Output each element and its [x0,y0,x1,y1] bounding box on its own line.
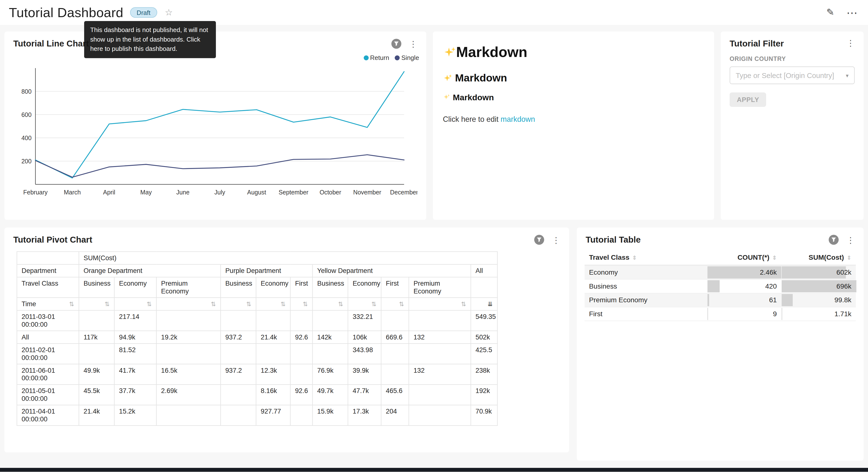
filter-card: Tutorial Filter ⋮ ORIGIN COUNTRY Type or… [721,32,864,220]
pivot-table-body: 2011-03-01 00:00:00217.14332.21549.35All… [17,311,497,425]
legend-label: Single [401,54,419,61]
count-cell: 420 [707,279,781,293]
pivot-group-header: Orange Department [79,264,221,277]
select-placeholder: Type or Select [Origin Country] [736,71,834,80]
pivot-row-header: 2011-04-01 00:00:00 [17,405,79,425]
travel-class-cell: Business [585,279,707,293]
pivot-row: 2011-03-01 00:00:00217.14332.21549.35 [17,311,497,331]
sort-icon[interactable]: ⇅ [69,300,74,307]
origin-country-select[interactable]: Type or Select [Origin Country] ▾ [730,66,855,84]
legend-label: Return [370,54,389,61]
sort-icon[interactable]: ⇅ [104,301,110,307]
markdown-heading-2: Markdown [443,72,704,84]
svg-text:August: August [247,189,266,196]
pivot-corner-cell [17,252,79,264]
pivot-cell [79,311,115,331]
sort-icon[interactable]: ⇅ [147,301,152,307]
markdown-heading-1: Markdown [443,44,704,61]
col-header-count[interactable]: COUNT(*)⇕ [707,250,781,265]
filter-kebab-menu-icon[interactable]: ⋮ [845,39,856,47]
pivot-cell [409,311,471,331]
legend-dot [395,55,400,60]
draft-tooltip: This dashboard is not published, it will… [84,21,216,58]
pivot-cell: 132 [409,364,471,385]
sort-icon[interactable]: ⇅ [338,301,343,307]
pivot-column-header: Economy [256,277,290,298]
table-kebab-menu-icon[interactable]: ⋮ [845,236,856,244]
svg-text:800: 800 [22,88,32,95]
count-bar [707,280,720,293]
pivot-cell: 41.7k [115,364,156,385]
sort-icon[interactable]: ⇅ [461,301,466,307]
tutorial-table-body: Economy2.46k602kBusiness420696kPremium E… [585,265,856,321]
pivot-kebab-menu-icon[interactable]: ⋮ [551,236,561,244]
pivot-cell: 937.2 [221,331,256,344]
pivot-travel-class-label: Travel Class [17,277,79,298]
pivot-cell: 47.7k [348,384,381,405]
pivot-cell: 549.35 [471,311,498,331]
sort-desc-icon[interactable]: ⇊ [488,301,493,307]
pivot-cell: 17.3k [348,405,381,425]
pivot-cell [290,405,312,425]
chart-legend: ReturnSingle [363,54,419,61]
pivot-cell: 669.6 [381,331,409,344]
sum-cell: 696k [781,279,856,293]
line-chart-svg: 200400600800FebruaryMarchAprilMayJuneJul… [10,64,417,203]
travel-class-cell: Economy [585,265,707,279]
sparkles-icon [443,73,452,83]
sparkles-icon [443,94,450,101]
chart-kebab-menu-icon[interactable]: ⋮ [408,40,418,48]
legend-dot [363,55,368,60]
pivot-cell: 16.5k [156,364,221,385]
pivot-cell [221,311,256,331]
pivot-cell: 81.52 [115,344,156,364]
draft-badge[interactable]: Draft [130,7,157,18]
legend-item-single[interactable]: Single [395,54,419,61]
filter-indicator-icon[interactable] [392,39,401,49]
line-chart-card: Tutorial Line Chart ⋮ ReturnSingle 20040… [4,32,426,220]
sort-icon[interactable]: ⇅ [303,301,308,307]
sort-icon[interactable]: ⇅ [211,301,216,307]
pivot-cell: 937.2 [221,364,256,385]
col-header-sum-cost[interactable]: SUM(Cost)⇕ [781,250,856,265]
sort-icon[interactable]: ⇅ [246,301,251,307]
pivot-department-row: DepartmentOrange DepartmentPurple Depart… [17,264,497,277]
col-header-travel-class[interactable]: Travel Class⇕ [585,250,707,265]
travel-class-cell: First [585,307,707,321]
count-bar [707,294,709,306]
pivot-cell: 92.6 [290,331,312,344]
pivot-cell: 45.5k [79,384,115,405]
pivot-cell [312,344,348,364]
apply-button[interactable]: APPLY [730,92,766,107]
pivot-cell: 49.7k [312,384,348,405]
sort-icon[interactable]: ⇅ [371,301,376,307]
sort-icon[interactable]: ⇅ [399,301,404,307]
edit-pencil-icon[interactable]: ✎ [827,7,834,18]
app-header: Tutorial Dashboard Draft ☆ ✎ ⋯ This dash… [0,0,868,25]
markdown-edit-link[interactable]: markdown [500,115,535,123]
favorite-star-icon[interactable]: ☆ [165,7,173,18]
svg-text:April: April [103,189,115,196]
pivot-sort-row: Time⇅⇅⇅⇅⇅⇅⇅⇅⇅⇅⇅⇊ [17,298,497,311]
legend-item-return[interactable]: Return [363,54,389,61]
travel-class-cell: Premium Economy [585,293,707,307]
pivot-cell: 343.98 [348,344,381,364]
pivot-column-header: Premium Economy [409,277,471,298]
pivot-empty-header [471,277,498,298]
pivot-cell [156,405,221,425]
filter-indicator-icon[interactable] [534,235,544,245]
more-options-icon[interactable]: ⋯ [846,6,858,19]
sort-icon: ⇕ [847,255,851,261]
sort-icon: ⇕ [632,255,637,261]
pivot-row: 2011-05-01 00:00:0045.5k37.7k2.69k8.16k9… [17,384,497,405]
pivot-cell: 2.69k [156,384,221,405]
pivot-cell: 76.9k [312,364,348,385]
sparkles-icon [443,46,456,59]
dashboard-grid: Tutorial Line Chart ⋮ ReturnSingle 20040… [0,25,868,461]
tutorial-table: Travel Class⇕COUNT(*)⇕SUM(Cost)⇕ Economy… [585,250,856,321]
sort-icon[interactable]: ⇅ [280,301,286,307]
pivot-row: 2011-02-01 00:00:0081.52343.98425.5 [17,344,497,364]
pivot-cell: 927.77 [256,405,290,425]
pivot-cell: 238k [471,364,498,385]
filter-indicator-icon[interactable] [829,235,839,245]
